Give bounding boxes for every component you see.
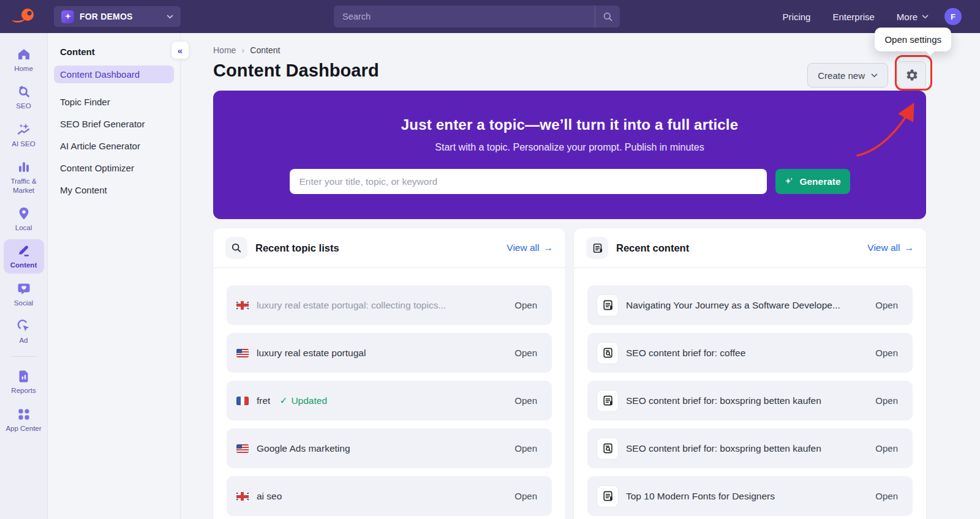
subnav-item-content-optimizer[interactable]: Content Optimizer: [54, 159, 174, 177]
heart-bubble-icon: [17, 282, 31, 296]
chevron-down-icon: [922, 15, 929, 19]
search-icon: [603, 12, 613, 22]
create-new-button[interactable]: Create new: [807, 63, 888, 88]
content-subnav-panel: « Content Content Dashboard Topic Finder…: [48, 33, 181, 519]
card-title: Recent content: [616, 242, 859, 254]
subnav-title: Content: [60, 47, 174, 57]
rail-divider: [11, 356, 37, 357]
topic-list-row[interactable]: ai seo Open: [227, 476, 552, 516]
topic-list-title: luxury real estate portugal: collecting …: [257, 300, 507, 311]
subnav-item-content-dashboard[interactable]: Content Dashboard: [54, 65, 174, 83]
flag-icon: [236, 301, 249, 310]
check-icon: ✓: [279, 395, 287, 406]
topic-list-title: fret: [257, 395, 270, 406]
rail-item-home[interactable]: Home: [4, 43, 44, 77]
chevron-down-icon: [167, 15, 173, 19]
content-chip-icon: [586, 237, 608, 259]
open-link[interactable]: Open: [514, 491, 537, 501]
ai-article-banner: Just enter a topic—we’ll turn it into a …: [213, 91, 926, 219]
content-title: Navigating Your Journey as a Software De…: [626, 300, 867, 311]
recent-content-card: Recent content View all →: [574, 228, 926, 519]
content-title: SEO content brief for: coffee: [626, 348, 867, 359]
content-row[interactable]: SEO content brief for: coffee Open: [587, 333, 913, 373]
content-row[interactable]: SEO content brief for: boxspring betten …: [587, 428, 913, 468]
left-rail: Home SEO AI SEO Traffic & Market: [0, 33, 48, 519]
topic-list-row[interactable]: luxury real estate portugal Open: [227, 333, 552, 373]
semrush-logo[interactable]: [10, 6, 38, 28]
settings-button[interactable]: [897, 61, 926, 89]
open-link[interactable]: Open: [875, 491, 898, 501]
subnav-item-topic-finder[interactable]: Topic Finder: [54, 93, 174, 111]
flag-icon: [236, 492, 249, 501]
topic-list-title: luxury real estate portugal: [257, 348, 507, 359]
content-row[interactable]: Navigating Your Journey as a Software De…: [587, 285, 913, 325]
breadcrumb-separator: ›: [241, 45, 244, 55]
brief-icon: [597, 438, 618, 459]
topic-list-row[interactable]: Google Ads marketing Open: [227, 428, 552, 468]
open-link[interactable]: Open: [875, 348, 898, 358]
topic-input[interactable]: [290, 169, 767, 194]
open-link[interactable]: Open: [875, 300, 898, 310]
arrow-right-icon: →: [905, 242, 914, 253]
nav-enterprise[interactable]: Enterprise: [832, 12, 874, 22]
rail-item-content[interactable]: Content: [4, 239, 44, 273]
seo-icon: [17, 84, 31, 99]
search-input[interactable]: [334, 12, 595, 21]
chevron-down-icon: [871, 73, 878, 78]
user-avatar[interactable]: F: [944, 8, 962, 25]
ai-seo-icon: [17, 122, 31, 137]
rail-item-local[interactable]: Local: [4, 202, 44, 236]
content-row[interactable]: Top 10 Modern Fonts for Designers Open: [587, 476, 913, 516]
content-row[interactable]: SEO content brief for: boxspring betten …: [587, 381, 913, 420]
project-selector-label: FOR DEMOS: [80, 12, 161, 21]
flag-icon: [236, 397, 249, 405]
open-link[interactable]: Open: [875, 395, 898, 406]
generate-button[interactable]: Generate: [775, 169, 850, 194]
rail-item-seo[interactable]: SEO: [4, 80, 44, 114]
topic-list-row[interactable]: fret ✓ Updated Open: [227, 381, 552, 420]
search-submit-button[interactable]: [595, 6, 620, 28]
recent-topic-lists-card: Recent topic lists View all → luxury rea…: [213, 228, 565, 519]
subnav-item-ai-article-generator[interactable]: AI Article Generator: [54, 137, 174, 155]
banner-title: Just enter a topic—we’ll turn it into a …: [401, 116, 738, 133]
collapse-panel-button[interactable]: «: [171, 41, 189, 59]
article-icon: [597, 486, 618, 507]
topbar: FOR DEMOS Pricing Enterprise More F: [0, 0, 980, 33]
rail-item-app-center[interactable]: App Center: [4, 403, 44, 436]
rail-item-traffic-market[interactable]: Traffic & Market: [4, 155, 44, 198]
rail-item-ad[interactable]: Ad: [4, 315, 44, 348]
banner-subtitle: Start with a topic. Personalize your pro…: [435, 142, 704, 153]
content-title: Top 10 Modern Fonts for Designers: [626, 491, 867, 502]
click-target-icon: [17, 319, 31, 334]
breadcrumb-home[interactable]: Home: [213, 45, 236, 55]
subnav-item-seo-brief-generator[interactable]: SEO Brief Generator: [54, 115, 174, 133]
open-link[interactable]: Open: [514, 348, 537, 358]
project-icon: [61, 10, 74, 23]
flag-icon: [236, 349, 249, 357]
breadcrumb-current: Content: [250, 45, 280, 55]
view-all-recent-content[interactable]: View all →: [867, 242, 914, 253]
content-title: SEO content brief for: boxspring betten …: [626, 395, 867, 406]
app-grid-icon: [17, 407, 31, 422]
content-title: SEO content brief for: boxspring betten …: [626, 443, 867, 454]
open-link[interactable]: Open: [514, 443, 537, 454]
open-link[interactable]: Open: [875, 443, 898, 454]
project-selector[interactable]: FOR DEMOS: [54, 6, 181, 27]
arrow-right-icon: →: [544, 242, 554, 253]
topic-list-title: Google Ads marketing: [257, 443, 507, 454]
topic-list-row[interactable]: luxury real estate portugal: collecting …: [227, 285, 552, 325]
updated-badge: ✓ Updated: [279, 395, 507, 406]
rail-item-ai-seo[interactable]: AI SEO: [4, 118, 44, 152]
home-icon: [17, 47, 31, 62]
subnav-item-my-content[interactable]: My Content: [54, 181, 174, 199]
open-link[interactable]: Open: [514, 395, 537, 406]
article-icon: [597, 295, 618, 316]
flag-icon: [236, 444, 249, 453]
rail-item-reports[interactable]: Reports: [4, 365, 44, 398]
open-link[interactable]: Open: [514, 300, 537, 310]
global-search: [334, 6, 620, 28]
nav-pricing[interactable]: Pricing: [783, 12, 811, 22]
nav-more[interactable]: More: [897, 12, 929, 22]
rail-item-social[interactable]: Social: [4, 277, 44, 311]
view-all-topic-lists[interactable]: View all →: [507, 242, 553, 253]
